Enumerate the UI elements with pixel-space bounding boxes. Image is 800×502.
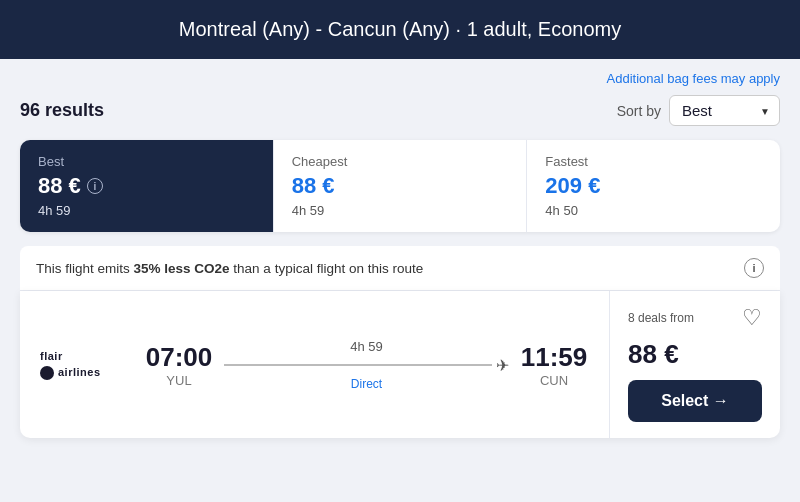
price-card-fastest-price: 209 € (545, 173, 600, 199)
airline-logo: flair airlines (40, 350, 120, 380)
flight-times: 07:00 YUL 4h 59 ✈ Direct 11:59 CUN (144, 339, 589, 391)
arrival-airport: CUN (519, 373, 589, 388)
flight-route-middle: 4h 59 ✈ Direct (214, 339, 519, 391)
deals-price: 88 € (628, 339, 679, 370)
price-card-best-label: Best (38, 154, 255, 169)
price-card-best-price: 88 € (38, 173, 81, 199)
price-card-cheapest-label: Cheapest (292, 154, 509, 169)
departure-time: 07:00 (144, 342, 214, 373)
select-button[interactable]: Select → (628, 380, 762, 422)
co2-info-icon[interactable]: i (744, 258, 764, 278)
flight-price-panel: 8 deals from ♡ 88 € Select → (610, 291, 780, 438)
sort-select[interactable]: Best Cheapest Fastest (669, 95, 780, 126)
plane-icon: ✈ (496, 356, 509, 375)
deals-from-text: 8 deals from (628, 311, 694, 325)
arrival-time: 11:59 (519, 342, 589, 373)
airline-circle-icon (40, 366, 54, 380)
flight-direct-label: Direct (351, 377, 382, 391)
flight-duration: 4h 59 (350, 339, 383, 354)
price-card-best-price-row: 88 € i (38, 173, 255, 199)
co2-banner: This flight emits 35% less CO2e than a t… (20, 246, 780, 291)
deals-price-row: 88 € (628, 339, 762, 370)
deals-row: 8 deals from ♡ (628, 307, 762, 329)
bag-fees-row: Additional bag fees may apply (20, 59, 780, 95)
flight-departure: 07:00 YUL (144, 342, 214, 388)
wishlist-heart-icon[interactable]: ♡ (742, 307, 762, 329)
sort-by-container: Sort by Best Cheapest Fastest (617, 95, 780, 126)
best-info-icon[interactable]: i (87, 178, 103, 194)
flight-line (224, 364, 492, 366)
results-bar: 96 results Sort by Best Cheapest Fastest (20, 95, 780, 126)
price-card-fastest-label: Fastest (545, 154, 762, 169)
departure-airport: YUL (144, 373, 214, 388)
airline-logo-container: airlines (40, 364, 101, 380)
airline-name-bottom: airlines (58, 366, 101, 378)
results-count: 96 results (20, 100, 104, 121)
price-card-cheapest[interactable]: Cheapest 88 € 4h 59 (274, 140, 528, 232)
price-card-fastest[interactable]: Fastest 209 € 4h 50 (527, 140, 780, 232)
page-header: Montreal (Any) - Cancun (Any) · 1 adult,… (0, 0, 800, 59)
bag-fees-link[interactable]: Additional bag fees may apply (607, 71, 780, 86)
sort-select-wrapper[interactable]: Best Cheapest Fastest (669, 95, 780, 126)
page-title: Montreal (Any) - Cancun (Any) · 1 adult,… (179, 18, 621, 40)
price-card-fastest-duration: 4h 50 (545, 203, 762, 218)
sort-by-label: Sort by (617, 103, 661, 119)
price-card-cheapest-price-row: 88 € (292, 173, 509, 199)
airline-name-top: flair (40, 350, 63, 362)
co2-text: This flight emits 35% less CO2e than a t… (36, 261, 423, 276)
price-card-fastest-price-row: 209 € (545, 173, 762, 199)
flight-result-block: This flight emits 35% less CO2e than a t… (20, 246, 780, 438)
main-content: Additional bag fees may apply 96 results… (0, 59, 800, 458)
price-cards-container: Best 88 € i 4h 59 Cheapest 88 € 4h 59 Fa… (20, 140, 780, 232)
price-card-best[interactable]: Best 88 € i 4h 59 (20, 140, 274, 232)
price-card-cheapest-price: 88 € (292, 173, 335, 199)
flight-main: flair airlines 07:00 YUL 4h 59 (20, 291, 610, 438)
flight-arrival: 11:59 CUN (519, 342, 589, 388)
price-card-cheapest-duration: 4h 59 (292, 203, 509, 218)
flight-line-container: ✈ (224, 356, 509, 375)
flight-card: flair airlines 07:00 YUL 4h 59 (20, 291, 780, 438)
price-card-best-duration: 4h 59 (38, 203, 255, 218)
